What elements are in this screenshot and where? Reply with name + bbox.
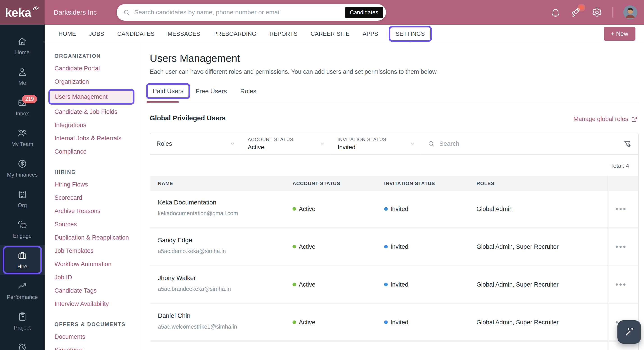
table-row: Jhony Walker a5ac.brandeekeka@simha.in A… [150,266,638,304]
clear-filters-funnel-icon[interactable] [623,140,632,148]
account-status-filter-dropdown[interactable]: ACCOUNT STATUS Active [242,133,331,154]
table-meta-row: Total: 4 [150,155,638,176]
tab-candidates[interactable]: CANDIDATES [117,30,154,37]
team-icon [17,128,28,138]
user-roles: Global Admin, Super Recruiter [476,319,559,326]
invited-status-dot [384,321,388,324]
sidebar-item-org[interactable]: Org [0,184,44,214]
sidebar-item-inbox[interactable]: Inbox 219 [0,92,44,122]
active-status-dot [292,321,296,324]
user-roles: Global Admin [476,205,513,212]
table-search[interactable] [421,133,638,154]
settings-item-organization[interactable]: Organization [54,75,138,88]
keka-logo[interactable]: keka [0,0,44,25]
user-avatar[interactable] [623,5,637,19]
topbar: keka Darksiders Inc Candidates [0,0,644,25]
settings-item-signatures[interactable]: Signatures [54,344,138,350]
settings-item-interview-availability[interactable]: Interview Availability [54,297,138,311]
tab-reports[interactable]: REPORTS [270,30,298,37]
global-search[interactable]: Candidates [117,4,386,21]
global-search-input[interactable] [134,8,345,16]
page-subtitle: Each user can have different roles and p… [150,68,436,75]
table-row: Keka Documentation kekadocumentation@gma… [150,191,638,229]
table-search-input[interactable] [439,140,632,148]
active-status-dot [292,283,296,286]
search-scope-badge[interactable]: Candidates [345,7,383,18]
sidebar-item-label: Inbox [16,110,29,117]
invitation-status-filter-value: Invited [338,144,414,151]
sidebar-item-performance[interactable]: Performance [0,275,44,306]
sidebar-item-label: Performance [7,294,38,300]
sidebar-item-project[interactable]: Project [0,306,44,337]
magic-wand-button[interactable] [618,320,641,344]
invitation-status-cell: Invited [384,205,408,212]
account-status-filter-value: Active [248,144,324,151]
settings-item-scorecard[interactable]: Scorecard [54,191,138,204]
whats-new-rocket[interactable] [571,7,582,17]
tab-jobs[interactable]: JOBS [89,30,104,37]
settings-item-integrations[interactable]: Integrations [54,119,138,132]
finances-icon [17,159,28,169]
settings-item-compliance[interactable]: Compliance [54,145,138,158]
settings-item-duplication-reapplication[interactable]: Duplication & Reapplication [54,231,138,244]
settings-item-sources[interactable]: Sources [54,218,138,231]
sidebar-item-my-finances[interactable]: My Finances [0,153,44,184]
settings-item-candidate-job-fields[interactable]: Candidate & Job Fields [54,105,138,119]
invitation-status-cell: Invited [384,243,408,250]
settings-gear-icon[interactable] [592,7,602,17]
roles-filter-dropdown[interactable]: Roles [150,133,242,154]
tab-preboarding[interactable]: PREBOARDING [214,30,256,37]
search-icon [428,140,435,147]
tab-roles[interactable]: Roles [240,88,256,95]
settings-item-job-id[interactable]: Job ID [54,271,138,284]
sidebar-item-hire[interactable]: Hire [0,245,44,275]
inbox-count-badge: 219 [22,95,37,103]
tab-home[interactable]: HOME [58,30,76,37]
sidebar-item-home[interactable]: Home [0,30,44,61]
sidebar-item-my-team[interactable]: My Team [0,122,44,153]
settings-item-archive-reasons[interactable]: Archive Reasons [54,204,138,218]
notifications-bell-icon[interactable] [550,7,561,17]
sidebar-item-engage[interactable]: Engage [0,214,44,245]
tab-free-users[interactable]: Free Users [196,88,227,95]
tab-career-site[interactable]: CAREER SITE [310,30,350,37]
new-button[interactable]: + New [604,27,636,41]
settings-item-hiring-flows[interactable]: Hiring Flows [54,178,138,191]
tab-settings[interactable]: SETTINGS [389,26,432,42]
settings-item-job-templates[interactable]: Job Templates [54,244,138,258]
tab-messages[interactable]: MESSAGES [168,30,200,37]
manage-global-roles-link[interactable]: Manage global roles [574,116,638,123]
account-status-cell: Active [292,205,316,212]
account-status-filter-label: ACCOUNT STATUS [248,137,324,142]
table-row: Daniel Chin a5ac.welcomestrike1@simha.in… [150,304,638,342]
sidebar-item-time-attend[interactable]: Time Attend [0,337,44,350]
user-roles: Global Admin, Super Recruiter [476,243,559,250]
sidebar-item-me[interactable]: Me [0,61,44,92]
settings-item-workflow-automation[interactable]: Workflow Automation [54,258,138,271]
active-status-dot [292,245,296,249]
settings-nav-panel: ORGANIZATION Candidate Portal Organizati… [44,43,141,350]
settings-item-candidate-portal[interactable]: Candidate Portal [54,62,138,75]
invited-status-dot [384,207,388,211]
tab-apps[interactable]: APPS [363,30,378,37]
column-header-name: NAME [158,181,173,186]
row-actions-menu[interactable] [616,283,626,286]
invitation-status-filter-dropdown[interactable]: INVITATION STATUS Invited [331,133,421,154]
main-content: Users Management Each user can have diff… [142,43,644,350]
settings-item-users-management[interactable]: Users Management [48,89,134,105]
row-actions-menu[interactable] [616,246,626,248]
user-name: Jhony Walker [158,274,196,282]
keka-logo-text: keka [5,5,31,19]
settings-item-candidate-tags[interactable]: Candidate Tags [54,284,138,297]
sidebar-item-label: My Finances [7,172,38,178]
settings-section-offers-documents: OFFERS & DOCUMENTS Documents Signatures [54,322,141,350]
settings-item-documents[interactable]: Documents [54,330,138,344]
chevron-down-icon [229,141,235,147]
tab-paid-users[interactable]: Paid Users [146,83,190,99]
column-header-account-status: ACCOUNT STATUS [292,181,340,186]
user-email: a5ac.demo.keka@simha.in [158,248,226,254]
user-email: kekadocumentation@gmail.com [158,210,238,217]
settings-item-internal-jobs-referrals[interactable]: Internal Jobs & Referrals [54,132,138,145]
row-actions-menu[interactable] [616,208,626,210]
topbar-actions [550,0,637,25]
